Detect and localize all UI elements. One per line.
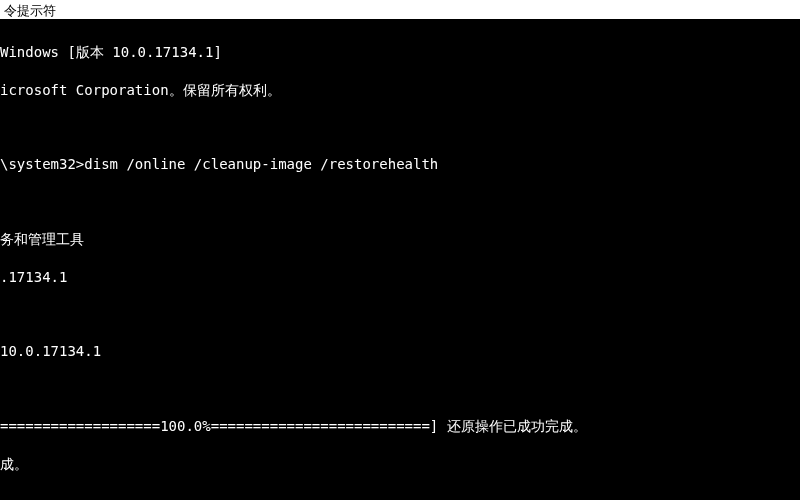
window-title: 令提示符 [4, 3, 56, 18]
terminal-line: Windows [版本 10.0.17134.1] [0, 43, 800, 62]
terminal-prompt-line: \system32>dism /online /cleanup-image /r… [0, 155, 800, 174]
terminal-output[interactable]: Windows [版本 10.0.17134.1] icrosoft Corpo… [0, 20, 800, 500]
terminal-line [0, 193, 800, 211]
progress-line: ===================100.0%===============… [0, 417, 800, 436]
terminal-line: .17134.1 [0, 268, 800, 287]
terminal-line: 务和管理工具 [0, 230, 800, 249]
terminal-line: icrosoft Corporation。保留所有权利。 [0, 81, 800, 100]
terminal-line [0, 306, 800, 324]
terminal-line: 10.0.17134.1 [0, 342, 800, 361]
window-title-bar: 令提示符 [0, 0, 800, 20]
terminal-line [0, 493, 800, 500]
terminal-line: 成。 [0, 455, 800, 474]
terminal-line [0, 380, 800, 398]
terminal-line [0, 118, 800, 136]
